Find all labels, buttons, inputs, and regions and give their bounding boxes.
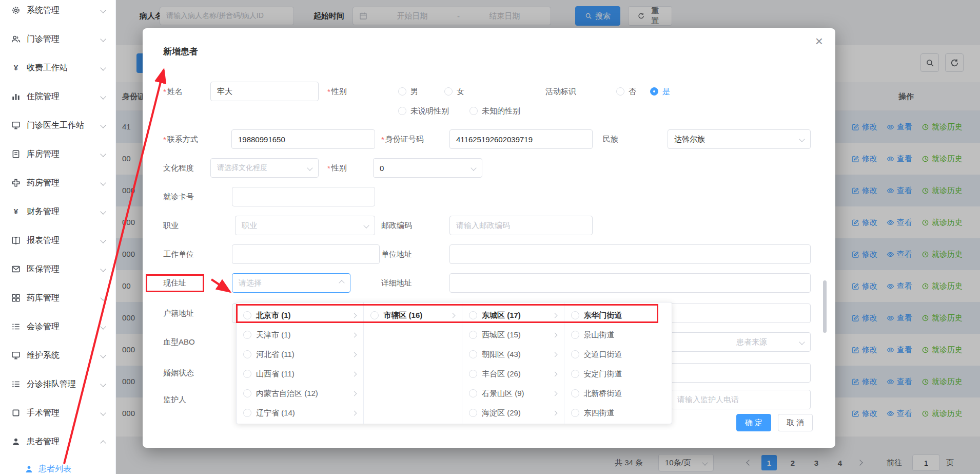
current-address-label: 现住址: [163, 273, 186, 293]
sidebar-submenu-label: 患者列表: [38, 464, 71, 474]
cascader-option[interactable]: 交道口街道: [564, 345, 672, 364]
sidebar-item-7[interactable]: 财务管理: [0, 197, 115, 226]
cascader-option[interactable]: 北新桥街道: [564, 384, 672, 403]
sidebar-item-9[interactable]: 医保管理: [0, 255, 115, 283]
confirm-button[interactable]: 确 定: [736, 414, 771, 431]
chevron-right-icon: [352, 410, 357, 415]
visit-card-input[interactable]: [232, 187, 375, 206]
menu-icon: [11, 236, 21, 245]
radio-icon: [243, 350, 251, 358]
cascader-option[interactable]: 天津市 (1): [237, 325, 363, 345]
ethnicity-select[interactable]: 达斡尔族: [668, 129, 811, 149]
active-flag-yes-radio[interactable]: 是: [650, 82, 670, 101]
patient-list-icon: [25, 465, 33, 473]
cascader-option[interactable]: 东四街道: [564, 403, 672, 423]
name-input[interactable]: 牢大: [210, 82, 319, 101]
marital-status-label: 婚姻状态: [163, 363, 194, 383]
blood-type-label: 血型ABO: [163, 332, 195, 352]
current-address-cascader-input[interactable]: 请选择: [232, 273, 350, 293]
active-flag-label: 活动标识: [545, 82, 576, 101]
sidebar-item-6[interactable]: 药房管理: [0, 168, 115, 197]
menu-icon: [11, 351, 21, 360]
unit-address-input[interactable]: [449, 244, 811, 264]
cascader-option[interactable]: 石景山区 (9): [462, 384, 564, 403]
cascader-option[interactable]: 朝阳区 (43): [462, 345, 564, 364]
sidebar-item-patient-list[interactable]: 患者列表: [0, 459, 115, 474]
menu-icon: [11, 264, 21, 274]
cascader-option[interactable]: 丰台区 (26): [462, 364, 564, 384]
chevron-icon: [100, 36, 106, 42]
menu-icon: [11, 6, 21, 15]
gender-select[interactable]: 0: [373, 158, 482, 178]
cascader-option[interactable]: 市辖区 (16): [364, 306, 462, 325]
radio-icon: [243, 409, 251, 417]
app-root: 系统管理 门诊管理 收费工作站 住院管理 门诊医生工作站 库房管理 药房管理 财…: [0, 0, 980, 474]
sidebar: 系统管理 门诊管理 收费工作站 住院管理 门诊医生工作站 库房管理 药房管理 财…: [0, 0, 116, 474]
chevron-icon: [100, 381, 106, 387]
radio-icon: [469, 389, 477, 397]
sidebar-item-12[interactable]: 维护系统: [0, 341, 115, 370]
work-unit-label: 工作单位: [163, 244, 194, 264]
cascader-option[interactable]: 东华门街道: [564, 306, 672, 325]
sidebar-item-14[interactable]: 手术管理: [0, 399, 115, 427]
active-flag-no-radio[interactable]: 否: [616, 82, 636, 101]
work-unit-input[interactable]: [232, 244, 380, 264]
sidebar-item-2[interactable]: 收费工作站: [0, 53, 115, 82]
gender-unstated-radio[interactable]: 未说明性别: [398, 101, 449, 121]
modal-scrollbar[interactable]: [823, 280, 827, 333]
cascader-option[interactable]: 内蒙古自治区 (12): [237, 384, 363, 403]
guardian-phone-input[interactable]: 请输入监护人电话: [671, 390, 811, 409]
chevron-icon: [100, 7, 106, 13]
sidebar-item-5[interactable]: 库房管理: [0, 140, 115, 168]
postal-code-label: 邮政编码: [381, 216, 412, 235]
menu-icon: [11, 34, 21, 44]
detail-address-input[interactable]: [449, 273, 811, 293]
gender-male-radio[interactable]: 男: [398, 82, 418, 101]
cascader-column-4: 东华门街道 景山街道 交道口街道 安定门街道 北新桥街道 东四街道: [564, 302, 672, 424]
close-icon[interactable]: ×: [815, 34, 823, 48]
menu-icon: [11, 121, 21, 130]
radio-checked-icon: [650, 87, 658, 96]
menu-icon: [11, 149, 21, 159]
menu-icon: [11, 92, 21, 101]
sidebar-item-15[interactable]: 患者管理: [0, 427, 115, 456]
sidebar-item-10[interactable]: 药库管理: [0, 283, 115, 312]
education-select[interactable]: 请选择文化程度: [210, 158, 319, 178]
sidebar-item-1[interactable]: 门诊管理: [0, 25, 115, 53]
occupation-select[interactable]: 职业: [235, 216, 375, 235]
cascader-option[interactable]: 景山街道: [564, 325, 672, 345]
chevron-icon: [100, 324, 106, 329]
postal-code-input[interactable]: 请输入邮政编码: [449, 216, 593, 235]
education-label: 文化程度: [163, 158, 194, 178]
cascader-option[interactable]: 北京市 (1): [237, 306, 363, 325]
gender-unknown-radio[interactable]: 未知的性别: [469, 101, 520, 121]
chevron-right-icon: [552, 313, 557, 318]
sidebar-item-4[interactable]: 门诊医生工作站: [0, 111, 115, 140]
chevron-right-icon: [352, 391, 357, 396]
gender-label: 性别: [327, 82, 347, 101]
cascader-option[interactable]: 西城区 (15): [462, 325, 564, 345]
id-number-input[interactable]: 411625192602039719: [449, 129, 593, 149]
sidebar-item-3[interactable]: 住院管理: [0, 82, 115, 111]
chevron-down-icon: [799, 136, 805, 142]
cancel-button[interactable]: 取 消: [778, 414, 813, 431]
cascader-option[interactable]: 山西省 (11): [237, 364, 363, 384]
sidebar-item-13[interactable]: 分诊排队管理: [0, 370, 115, 399]
contact-input[interactable]: 19880991650: [231, 129, 375, 149]
cascader-option[interactable]: 辽宁省 (14): [237, 403, 363, 423]
radio-icon: [243, 370, 251, 378]
chevron-right-icon: [352, 352, 357, 357]
radio-icon: [571, 370, 579, 378]
unit-address-label: 单位地址: [381, 244, 412, 264]
cascader-option[interactable]: 东城区 (17): [462, 306, 564, 325]
sidebar-item-0[interactable]: 系统管理: [0, 0, 115, 25]
sidebar-item-11[interactable]: 会诊管理: [0, 312, 115, 341]
cascader-option[interactable]: 河北省 (11): [237, 345, 363, 364]
chevron-up-icon: [339, 280, 344, 286]
sidebar-item-8[interactable]: 报表管理: [0, 226, 115, 255]
menu-icon: [11, 408, 21, 418]
gender-female-radio[interactable]: 女: [444, 82, 464, 101]
cascader-option[interactable]: 安定门街道: [564, 364, 672, 384]
chevron-icon: [100, 410, 106, 415]
cascader-option[interactable]: 海淀区 (29): [462, 403, 564, 423]
